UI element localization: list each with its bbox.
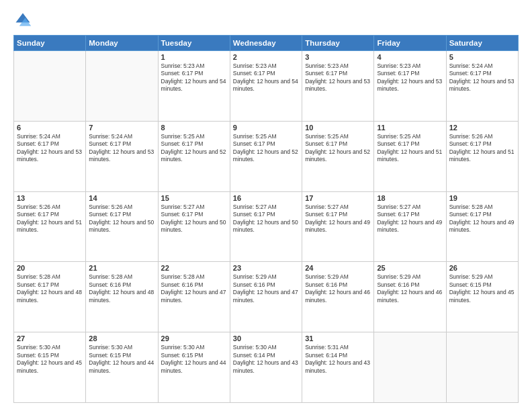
day-info: Sunrise: 5:30 AM Sunset: 6:15 PM Dayligh… bbox=[161, 344, 227, 375]
day-number: 21 bbox=[89, 264, 154, 272]
day-info: Sunrise: 5:26 AM Sunset: 6:17 PM Dayligh… bbox=[17, 203, 83, 234]
day-number: 19 bbox=[449, 194, 515, 202]
calendar-cell: 4Sunrise: 5:23 AM Sunset: 6:17 PM Daylig… bbox=[374, 51, 446, 122]
calendar-cell: 19Sunrise: 5:28 AM Sunset: 6:17 PM Dayli… bbox=[446, 191, 518, 262]
day-info: Sunrise: 5:30 AM Sunset: 6:15 PM Dayligh… bbox=[17, 344, 83, 375]
header bbox=[13, 11, 519, 30]
calendar-cell: 21Sunrise: 5:28 AM Sunset: 6:16 PM Dayli… bbox=[86, 262, 158, 332]
logo-icon bbox=[13, 11, 32, 30]
day-info: Sunrise: 5:29 AM Sunset: 6:16 PM Dayligh… bbox=[377, 273, 443, 304]
day-info: Sunrise: 5:23 AM Sunset: 6:17 PM Dayligh… bbox=[161, 62, 227, 93]
calendar-cell bbox=[86, 51, 158, 122]
day-info: Sunrise: 5:26 AM Sunset: 6:17 PM Dayligh… bbox=[449, 133, 515, 164]
calendar-cell: 30Sunrise: 5:30 AM Sunset: 6:14 PM Dayli… bbox=[230, 332, 302, 403]
calendar-cell: 3Sunrise: 5:23 AM Sunset: 6:17 PM Daylig… bbox=[302, 51, 374, 122]
calendar-cell: 11Sunrise: 5:25 AM Sunset: 6:17 PM Dayli… bbox=[374, 121, 446, 191]
week-row-1: 1Sunrise: 5:23 AM Sunset: 6:17 PM Daylig… bbox=[14, 51, 519, 122]
day-info: Sunrise: 5:30 AM Sunset: 6:15 PM Dayligh… bbox=[89, 344, 154, 375]
day-info: Sunrise: 5:27 AM Sunset: 6:17 PM Dayligh… bbox=[377, 203, 443, 234]
day-info: Sunrise: 5:23 AM Sunset: 6:17 PM Dayligh… bbox=[305, 62, 371, 93]
day-number: 31 bbox=[305, 334, 371, 342]
calendar-cell: 27Sunrise: 5:30 AM Sunset: 6:15 PM Dayli… bbox=[14, 332, 86, 403]
day-number: 26 bbox=[449, 264, 515, 272]
day-number: 18 bbox=[377, 194, 443, 202]
day-number: 22 bbox=[161, 264, 227, 272]
day-info: Sunrise: 5:25 AM Sunset: 6:17 PM Dayligh… bbox=[305, 133, 371, 164]
calendar-cell bbox=[374, 332, 446, 403]
week-row-3: 13Sunrise: 5:26 AM Sunset: 6:17 PM Dayli… bbox=[14, 191, 519, 262]
calendar-cell bbox=[446, 332, 518, 403]
weekday-header-friday: Friday bbox=[374, 36, 446, 51]
calendar-cell: 15Sunrise: 5:27 AM Sunset: 6:17 PM Dayli… bbox=[158, 191, 230, 262]
calendar-cell: 20Sunrise: 5:28 AM Sunset: 6:17 PM Dayli… bbox=[14, 262, 86, 332]
day-number: 5 bbox=[449, 53, 515, 61]
calendar-cell: 12Sunrise: 5:26 AM Sunset: 6:17 PM Dayli… bbox=[446, 121, 518, 191]
week-row-2: 6Sunrise: 5:24 AM Sunset: 6:17 PM Daylig… bbox=[14, 121, 519, 191]
day-info: Sunrise: 5:24 AM Sunset: 6:17 PM Dayligh… bbox=[17, 133, 83, 164]
calendar-cell: 29Sunrise: 5:30 AM Sunset: 6:15 PM Dayli… bbox=[158, 332, 230, 403]
day-info: Sunrise: 5:24 AM Sunset: 6:17 PM Dayligh… bbox=[89, 133, 154, 164]
page: SundayMondayTuesdayWednesdayThursdayFrid… bbox=[0, 0, 532, 411]
day-number: 8 bbox=[161, 124, 227, 132]
weekday-header-tuesday: Tuesday bbox=[158, 36, 230, 51]
day-info: Sunrise: 5:31 AM Sunset: 6:14 PM Dayligh… bbox=[305, 344, 371, 375]
day-number: 13 bbox=[17, 194, 83, 202]
calendar-cell: 31Sunrise: 5:31 AM Sunset: 6:14 PM Dayli… bbox=[302, 332, 374, 403]
calendar-cell: 17Sunrise: 5:27 AM Sunset: 6:17 PM Dayli… bbox=[302, 191, 374, 262]
day-number: 10 bbox=[305, 124, 371, 132]
day-info: Sunrise: 5:27 AM Sunset: 6:17 PM Dayligh… bbox=[233, 203, 299, 234]
day-info: Sunrise: 5:29 AM Sunset: 6:16 PM Dayligh… bbox=[233, 273, 299, 304]
day-number: 1 bbox=[161, 53, 227, 61]
day-info: Sunrise: 5:28 AM Sunset: 6:16 PM Dayligh… bbox=[161, 273, 227, 304]
day-number: 12 bbox=[449, 124, 515, 132]
weekday-header-saturday: Saturday bbox=[446, 36, 518, 51]
day-info: Sunrise: 5:27 AM Sunset: 6:17 PM Dayligh… bbox=[161, 203, 227, 234]
calendar-cell: 16Sunrise: 5:27 AM Sunset: 6:17 PM Dayli… bbox=[230, 191, 302, 262]
week-row-5: 27Sunrise: 5:30 AM Sunset: 6:15 PM Dayli… bbox=[14, 332, 519, 403]
day-number: 23 bbox=[233, 264, 299, 272]
day-info: Sunrise: 5:24 AM Sunset: 6:17 PM Dayligh… bbox=[449, 62, 515, 93]
day-number: 11 bbox=[377, 124, 443, 132]
day-info: Sunrise: 5:29 AM Sunset: 6:15 PM Dayligh… bbox=[449, 273, 515, 304]
week-row-4: 20Sunrise: 5:28 AM Sunset: 6:17 PM Dayli… bbox=[14, 262, 519, 332]
day-number: 16 bbox=[233, 194, 299, 202]
calendar-cell: 1Sunrise: 5:23 AM Sunset: 6:17 PM Daylig… bbox=[158, 51, 230, 122]
calendar-cell: 23Sunrise: 5:29 AM Sunset: 6:16 PM Dayli… bbox=[230, 262, 302, 332]
day-number: 9 bbox=[233, 124, 299, 132]
calendar-cell: 2Sunrise: 5:23 AM Sunset: 6:17 PM Daylig… bbox=[230, 51, 302, 122]
day-number: 6 bbox=[17, 124, 83, 132]
calendar-cell: 9Sunrise: 5:25 AM Sunset: 6:17 PM Daylig… bbox=[230, 121, 302, 191]
day-info: Sunrise: 5:30 AM Sunset: 6:14 PM Dayligh… bbox=[233, 344, 299, 375]
day-number: 3 bbox=[305, 53, 371, 61]
day-number: 7 bbox=[89, 124, 154, 132]
calendar-cell bbox=[14, 51, 86, 122]
day-info: Sunrise: 5:23 AM Sunset: 6:17 PM Dayligh… bbox=[377, 62, 443, 93]
calendar-table: SundayMondayTuesdayWednesdayThursdayFrid… bbox=[13, 35, 519, 403]
weekday-header-monday: Monday bbox=[86, 36, 158, 51]
day-info: Sunrise: 5:28 AM Sunset: 6:17 PM Dayligh… bbox=[449, 203, 515, 234]
calendar-cell: 6Sunrise: 5:24 AM Sunset: 6:17 PM Daylig… bbox=[14, 121, 86, 191]
calendar-cell: 10Sunrise: 5:25 AM Sunset: 6:17 PM Dayli… bbox=[302, 121, 374, 191]
calendar-cell: 22Sunrise: 5:28 AM Sunset: 6:16 PM Dayli… bbox=[158, 262, 230, 332]
calendar-cell: 8Sunrise: 5:25 AM Sunset: 6:17 PM Daylig… bbox=[158, 121, 230, 191]
day-number: 20 bbox=[17, 264, 83, 272]
day-info: Sunrise: 5:28 AM Sunset: 6:16 PM Dayligh… bbox=[89, 273, 154, 304]
weekday-header-thursday: Thursday bbox=[302, 36, 374, 51]
calendar-cell: 18Sunrise: 5:27 AM Sunset: 6:17 PM Dayli… bbox=[374, 191, 446, 262]
calendar-cell: 14Sunrise: 5:26 AM Sunset: 6:17 PM Dayli… bbox=[86, 191, 158, 262]
day-number: 17 bbox=[305, 194, 371, 202]
day-number: 29 bbox=[161, 334, 227, 342]
day-info: Sunrise: 5:29 AM Sunset: 6:16 PM Dayligh… bbox=[305, 273, 371, 304]
calendar-cell: 13Sunrise: 5:26 AM Sunset: 6:17 PM Dayli… bbox=[14, 191, 86, 262]
day-info: Sunrise: 5:25 AM Sunset: 6:17 PM Dayligh… bbox=[233, 133, 299, 164]
day-info: Sunrise: 5:28 AM Sunset: 6:17 PM Dayligh… bbox=[17, 273, 83, 304]
calendar-cell: 25Sunrise: 5:29 AM Sunset: 6:16 PM Dayli… bbox=[374, 262, 446, 332]
weekday-header-sunday: Sunday bbox=[14, 36, 86, 51]
day-info: Sunrise: 5:25 AM Sunset: 6:17 PM Dayligh… bbox=[161, 133, 227, 164]
weekday-header-row: SundayMondayTuesdayWednesdayThursdayFrid… bbox=[14, 36, 519, 51]
calendar-cell: 28Sunrise: 5:30 AM Sunset: 6:15 PM Dayli… bbox=[86, 332, 158, 403]
logo bbox=[13, 11, 35, 30]
day-number: 25 bbox=[377, 264, 443, 272]
weekday-header-wednesday: Wednesday bbox=[230, 36, 302, 51]
calendar-cell: 24Sunrise: 5:29 AM Sunset: 6:16 PM Dayli… bbox=[302, 262, 374, 332]
